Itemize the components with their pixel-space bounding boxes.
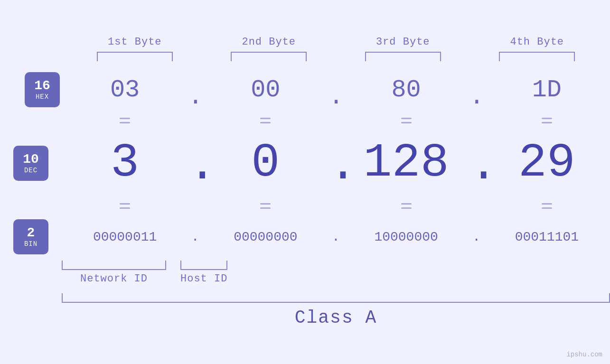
bracket-top-4 bbox=[499, 52, 575, 61]
equals-2-byte2 bbox=[260, 203, 271, 209]
equals-2-byte1 bbox=[120, 203, 130, 209]
brackets-top bbox=[75, 52, 597, 61]
dec-byte1: 3 bbox=[111, 140, 139, 187]
equals-1-byte3 bbox=[401, 118, 412, 123]
host-id-bracket bbox=[180, 261, 227, 270]
bracket-top-3 bbox=[365, 52, 441, 61]
equals-1-byte4 bbox=[542, 118, 552, 123]
hex-byte1: 03 bbox=[110, 76, 140, 104]
equals-1-byte1 bbox=[120, 118, 130, 123]
hex-byte3: 80 bbox=[391, 76, 421, 104]
equals-1-byte2 bbox=[260, 118, 271, 123]
bin-byte1: 00000011 bbox=[93, 230, 157, 244]
net-id-bracket bbox=[62, 261, 166, 270]
bottom-bar bbox=[62, 293, 610, 303]
dot-dec-2: . bbox=[329, 139, 343, 193]
bin-badge: 2 BIN bbox=[13, 219, 48, 254]
byte4-header: 4th Byte bbox=[477, 36, 597, 48]
byte3-header: 3rd Byte bbox=[343, 36, 463, 48]
dec-byte3: 128 bbox=[364, 140, 449, 187]
dec-badge: 10 DEC bbox=[13, 146, 48, 181]
dec-byte4: 29 bbox=[518, 140, 575, 187]
dot-hex-3: . bbox=[469, 83, 484, 111]
bin-byte3: 10000000 bbox=[374, 230, 438, 244]
bracket-top-2 bbox=[231, 52, 307, 61]
bin-byte4: 00011101 bbox=[515, 230, 579, 244]
dot-dec-1: . bbox=[188, 139, 202, 193]
dot-bin-3: . bbox=[469, 230, 484, 244]
main-container: 1st Byte 2nd Byte 3rd Byte 4th Byte 16 H… bbox=[0, 0, 610, 364]
bracket-top-1 bbox=[97, 52, 173, 61]
net-id-label: Network ID bbox=[80, 273, 148, 285]
hex-byte2: 00 bbox=[251, 76, 280, 104]
dot-hex-2: . bbox=[329, 83, 343, 111]
dot-dec-3: . bbox=[469, 139, 484, 193]
dec-byte2: 0 bbox=[251, 140, 280, 187]
dot-bin-1: . bbox=[188, 230, 202, 244]
equals-2-byte4 bbox=[542, 203, 552, 209]
byte1-header: 1st Byte bbox=[75, 36, 195, 48]
byte-headers: 1st Byte 2nd Byte 3rd Byte 4th Byte bbox=[75, 36, 597, 48]
watermark: ipshu.com bbox=[566, 351, 602, 358]
dot-bin-2: . bbox=[329, 230, 343, 244]
equals-2-byte3 bbox=[401, 203, 412, 209]
byte2-header: 2nd Byte bbox=[209, 36, 329, 48]
bin-byte2: 00000000 bbox=[234, 230, 297, 244]
class-label: Class A bbox=[62, 308, 610, 328]
hex-byte4: 1D bbox=[532, 76, 562, 104]
hex-badge: 16 HEX bbox=[25, 72, 60, 107]
host-id-label: Host ID bbox=[180, 273, 227, 285]
dot-hex-1: . bbox=[188, 83, 202, 111]
